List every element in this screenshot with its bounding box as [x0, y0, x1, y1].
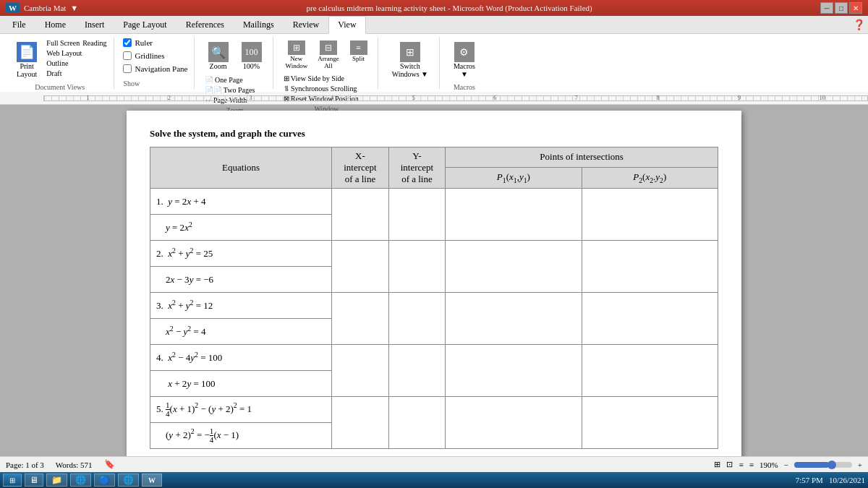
zoom-increase-btn[interactable]: + [858, 461, 862, 469]
language-icon: 🔖 [104, 459, 115, 470]
title-bar: W Cambria Mat ▼ pre calculus midterm lea… [0, 0, 868, 16]
title-bar-controls: ─ □ ✕ [820, 2, 862, 14]
outline-btn[interactable]: Outline [45, 59, 108, 68]
gridlines-label: Gridlines [135, 51, 164, 60]
show-checkboxes: Ruler Gridlines Navigation Pane [123, 38, 187, 78]
print-layout-btn[interactable]: 📄 Print Layout [12, 38, 42, 82]
taskbar-icon-2[interactable]: 📁 [46, 474, 67, 487]
arrange-all-btn[interactable]: ⊟ ArrangeAll [314, 38, 342, 72]
table-row: 5. 14(x + 1)2 − (y + 2)2 = 1 [150, 397, 718, 423]
gridlines-checkbox-item[interactable]: Gridlines [123, 51, 164, 60]
p1-header: P1(x1,y1) [446, 167, 582, 188]
y-intercept-header: Y-interceptof a line [388, 147, 446, 189]
zoom-level: 190% [760, 461, 778, 469]
taskbar: ⊞ 🖥 📁 🌐 🔵 🌐 W 7:57 PM 10/26/2021 [0, 472, 868, 488]
word-count: Words: 571 [56, 461, 93, 469]
x-int-row1 [332, 189, 389, 241]
macros-label: Macros [454, 82, 475, 91]
word-document: Solve the system, and graph the curves E… [127, 111, 741, 473]
navigation-pane-label: Navigation Pane [135, 64, 187, 73]
navigation-pane-checkbox[interactable] [123, 64, 132, 73]
eq1-row4: 4. x2 − 4y2 = 100 [150, 345, 332, 371]
zoom-slider-handle[interactable] [827, 461, 836, 469]
new-window-btn[interactable]: ⊞ NewWindow [282, 38, 312, 72]
zoom-btn[interactable]: 🔍 Zoom [203, 38, 234, 74]
p2-row4 [582, 345, 718, 397]
start-button[interactable]: ⊞ [3, 474, 22, 487]
view-icon-4[interactable]: ≡ [749, 461, 754, 469]
one-page-btn[interactable]: 📄 One Page [203, 75, 257, 85]
zoom-100-btn[interactable]: 100 100% [237, 38, 267, 74]
taskbar-word-btn[interactable]: W [142, 474, 162, 487]
navigation-pane-checkbox-item[interactable]: Navigation Pane [123, 64, 187, 73]
taskbar-icon-5[interactable]: 🌐 [118, 474, 139, 487]
full-screen-reading-btn[interactable]: Full ScreenReading [45, 38, 108, 48]
eq2-row4: x + 2y = 100 [150, 371, 332, 397]
tab-references[interactable]: References [176, 16, 234, 33]
p2-row5 [582, 397, 718, 449]
p2-row2 [582, 241, 718, 293]
x-intercept-header: X-interceptof a line [332, 147, 389, 189]
tab-home[interactable]: Home [35, 16, 75, 33]
table-row: 3. x2 + y2 = 12 [150, 293, 718, 319]
page-indicator: Page: 1 of 3 [6, 461, 44, 469]
taskbar-icon-1[interactable]: 🖥 [25, 474, 43, 487]
y-int-row3 [388, 293, 446, 345]
eq1-row5: 5. 14(x + 1)2 − (y + 2)2 = 1 [150, 397, 332, 423]
minimize-button[interactable]: ─ [820, 2, 833, 14]
document-intro: Solve the system, and graph the curves [150, 128, 718, 140]
web-layout-btn[interactable]: Web Layout [45, 48, 108, 58]
y-int-row5 [388, 397, 446, 449]
p2-header: P2(x2.y2) [582, 167, 718, 188]
eq1-row2: 2. x2 + y2 = 25 [150, 241, 332, 267]
zoom-slider[interactable] [794, 462, 852, 468]
view-side-by-side-btn[interactable]: ⊞ View Side by Side [282, 74, 346, 83]
eq2-row5: (y + 2)2 = −14(x − 1) [150, 423, 332, 449]
tab-insert[interactable]: Insert [75, 16, 114, 33]
macros-btn[interactable]: ⚙ Macros ▼ [448, 38, 480, 82]
document-views-group: 📄 Print Layout Full ScreenReading Web La… [6, 37, 114, 89]
zoom-group: 🔍 Zoom 100 100% 📄 One Page 📄📄 Two Pages … [197, 37, 273, 89]
help-icon[interactable]: ❓ [853, 19, 865, 31]
status-bar-right: ⊞ ⊡ ≡ ≡ 190% − + [714, 460, 862, 469]
close-button[interactable]: ✕ [849, 2, 862, 14]
tab-mailings[interactable]: Mailings [234, 16, 284, 33]
tab-page-layout[interactable]: Page Layout [114, 16, 176, 33]
taskbar-date: 10/26/2021 [829, 476, 865, 484]
x-int-row3 [332, 293, 389, 345]
draft-btn[interactable]: Draft [45, 69, 108, 78]
ruler-checkbox[interactable] [123, 38, 132, 47]
title-bar-left: W Cambria Mat ▼ [6, 3, 78, 13]
tab-file[interactable]: File [3, 16, 35, 33]
synchronous-scrolling-btn[interactable]: ⥮ Synchronous Scrolling [282, 84, 359, 93]
macros-content: ⚙ Macros ▼ [448, 38, 480, 82]
math-table: Equations X-interceptof a line Y-interce… [150, 147, 718, 449]
gridlines-checkbox[interactable] [123, 51, 132, 60]
view-icon-3[interactable]: ≡ [739, 461, 743, 469]
two-pages-btn[interactable]: 📄📄 Two Pages [203, 85, 257, 95]
p1-row4 [446, 345, 582, 397]
view-icon-1[interactable]: ⊞ [714, 460, 720, 469]
view-icon-2[interactable]: ⊡ [726, 460, 733, 469]
macros-group: ⚙ Macros ▼ Macros [443, 37, 486, 89]
show-label: Show [123, 78, 140, 87]
doc-name: Cambria Mat [24, 4, 66, 12]
table-row: 4. x2 − 4y2 = 100 [150, 345, 718, 371]
taskbar-icon-4[interactable]: 🔵 [94, 474, 115, 487]
split-btn[interactable]: ≡ Split [346, 38, 372, 72]
tab-review[interactable]: Review [284, 16, 329, 33]
maximize-button[interactable]: □ [835, 2, 848, 14]
ribbon-content: 📄 Print Layout Full ScreenReading Web La… [0, 34, 868, 92]
ruler-checkbox-item[interactable]: Ruler [123, 38, 152, 47]
switch-windows-btn[interactable]: ⊞ Switch Windows ▼ [387, 38, 433, 82]
taskbar-right: 7:57 PM 10/26/2021 [796, 476, 865, 484]
zoom-decrease-btn[interactable]: − [784, 461, 788, 469]
status-bar: Page: 1 of 3 Words: 571 🔖 ⊞ ⊡ ≡ ≡ 190% −… [0, 456, 868, 472]
document-views-buttons: 📄 Print Layout Full ScreenReading Web La… [12, 38, 108, 82]
taskbar-icon-3[interactable]: 🌐 [70, 474, 91, 487]
eq1-row1: 1. y = 2x + 4 [150, 189, 332, 215]
y-int-row2 [388, 241, 446, 293]
eq1-row3: 3. x2 + y2 = 12 [150, 293, 332, 319]
tab-view[interactable]: View [328, 16, 365, 34]
taskbar-time: 7:57 PM [796, 476, 823, 484]
